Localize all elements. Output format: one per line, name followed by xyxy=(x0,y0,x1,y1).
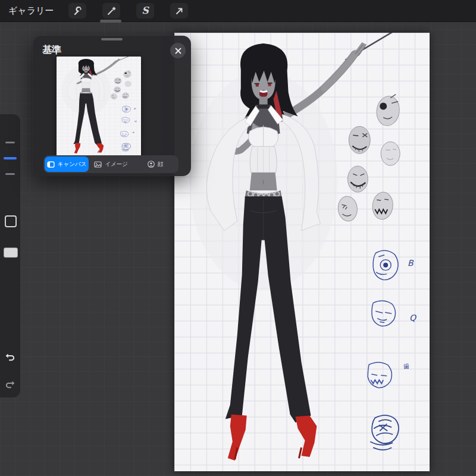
panel-title: 基準 xyxy=(42,44,61,57)
transform-button[interactable] xyxy=(170,3,188,18)
close-button[interactable] xyxy=(170,43,186,58)
adjustments-button[interactable] xyxy=(102,3,120,18)
canvas-surface[interactable] xyxy=(174,33,430,471)
selection-s-icon: S xyxy=(142,6,149,15)
tab-canvas-label: キャンバス xyxy=(58,161,87,168)
reference-tabs: キャンバス イメージ 顔 xyxy=(43,155,178,173)
color-swatch[interactable] xyxy=(4,248,18,258)
toolbar-drag-handle[interactable] xyxy=(100,20,121,23)
transform-arrow-icon xyxy=(174,6,184,16)
sidebar xyxy=(0,114,20,397)
modify-button[interactable] xyxy=(5,215,17,227)
gallery-button[interactable]: ギャラリー xyxy=(8,0,54,21)
face-icon xyxy=(148,161,155,168)
magic-wand-icon xyxy=(107,6,117,16)
procreate-app: B Q 歯 ギャラリー S xyxy=(0,0,476,476)
tab-canvas[interactable]: キャンバス xyxy=(45,156,89,172)
reference-panel: 基準 キャンバス xyxy=(33,36,191,176)
tab-face[interactable]: 顔 xyxy=(133,156,177,172)
redo-button[interactable] xyxy=(4,378,17,392)
thumbnail-artwork xyxy=(57,57,141,156)
undo-icon xyxy=(5,353,15,362)
canvas-artwork xyxy=(174,33,430,471)
panel-drag-handle[interactable] xyxy=(101,38,123,40)
actions-button[interactable] xyxy=(68,3,86,18)
canvas-tab-icon xyxy=(47,161,55,168)
top-toolbar: ギャラリー S xyxy=(0,0,476,22)
selection-button[interactable]: S xyxy=(136,3,154,18)
tab-face-label: 顔 xyxy=(158,161,164,168)
brush-size-tick[interactable] xyxy=(5,142,15,143)
slider-active-tick[interactable] xyxy=(4,157,17,159)
undo-button[interactable] xyxy=(4,351,17,364)
opacity-tick[interactable] xyxy=(5,173,15,175)
image-icon xyxy=(94,161,102,168)
tab-image-label: イメージ xyxy=(105,161,128,168)
tab-image[interactable]: イメージ xyxy=(89,156,133,172)
wrench-icon xyxy=(73,6,83,16)
canvas-thumbnail[interactable] xyxy=(57,57,141,156)
close-icon xyxy=(175,48,181,54)
redo-icon xyxy=(5,380,15,390)
